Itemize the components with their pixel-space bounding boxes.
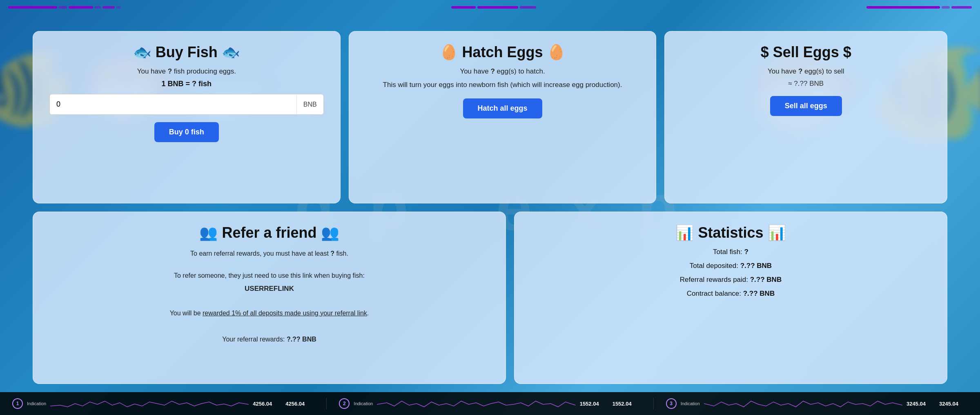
dollar-symbol-left: $ — [761, 44, 769, 61]
bar-line — [866, 6, 940, 9]
hatch-eggs-card: 🥚 Hatch Eggs 🥚 You have ? egg(s) to hatc… — [349, 31, 657, 203]
ticker-value-3b: 3245.04 — [939, 401, 968, 407]
egg-emoji-right: 🥚 — [547, 44, 566, 61]
fish-emoji-left: 🐟 — [133, 44, 151, 61]
sell-eggs-label: Sell Eggs — [773, 44, 839, 61]
main-content: 🐟 Buy Fish 🐟 You have ? fish producing e… — [0, 15, 980, 392]
hatch-eggs-title: 🥚 Hatch Eggs 🥚 — [440, 44, 566, 61]
dollar-symbol-right: $ — [843, 44, 851, 61]
ticker-value-2b: 1552.04 — [612, 401, 641, 407]
sell-eggs-card: $ Sell Eggs $ You have ? egg(s) to sell … — [664, 31, 947, 203]
bar-line — [942, 6, 950, 9]
buy-fish-label: Buy Fish — [156, 44, 218, 61]
ticker-item-1: 1 Indication 4256.04 4256.04 — [0, 398, 327, 409]
bar-line — [951, 6, 972, 9]
chart-emoji-right: 📊 — [768, 224, 786, 241]
bar-line — [59, 6, 67, 9]
top-decorative-bar — [0, 0, 980, 15]
ticker-num-2: 2 — [339, 398, 350, 409]
statistics-title: 📊 Statistics 📊 — [675, 224, 786, 241]
ticker-item-2: 2 Indication 1552.04 1552.04 — [327, 398, 653, 409]
refer-friend-body: To earn referral rewards, you must have … — [170, 248, 369, 345]
refer-rewards-value: Your referral rewards: ?.?? BNB — [170, 334, 369, 345]
hatch-eggs-label: Hatch Eggs — [462, 44, 543, 61]
buy-fish-bnb-label: BNB — [296, 95, 323, 114]
sell-eggs-title: $ Sell Eggs $ — [761, 44, 851, 61]
bar-line — [451, 6, 476, 9]
stats-total-deposited: Total deposited: ?.?? BNB — [690, 262, 772, 270]
bottom-ticker-bar: 1 Indication 4256.04 4256.04 2 Indicatio… — [0, 392, 980, 415]
buy-fish-title: 🐟 Buy Fish 🐟 — [133, 44, 240, 61]
sell-eggs-subtitle: You have ? egg(s) to sell — [768, 67, 844, 76]
ticker-item-3: 3 Indication 3245.04 3245.04 — [654, 398, 980, 409]
buy-fish-rate: 1 BNB = ? fish — [162, 80, 212, 88]
buy-fish-input-row[interactable]: BNB — [49, 94, 324, 115]
fish-emoji-right: 🐟 — [222, 44, 240, 61]
ticker-value-3a: 3245.04 — [906, 401, 935, 407]
buy-fish-button[interactable]: Buy 0 fish — [154, 122, 219, 142]
ticker-value-2a: 1552.04 — [580, 401, 608, 407]
bottom-row: 👥 Refer a friend 👥 To earn referral rewa… — [33, 212, 947, 384]
refer-line2: To refer someone, they just need to use … — [170, 270, 369, 281]
buy-fish-input[interactable] — [50, 94, 296, 114]
top-row: 🐟 Buy Fish 🐟 You have ? fish producing e… — [33, 31, 947, 203]
egg-emoji-left: 🥚 — [440, 44, 458, 61]
bar-line — [116, 6, 120, 9]
bar-line — [69, 6, 93, 9]
buy-fish-subtitle: You have ? fish producing eggs. — [137, 67, 236, 76]
hatch-eggs-subtitle: You have ? egg(s) to hatch. — [460, 67, 545, 76]
ticker-num-3: 3 — [666, 398, 677, 409]
bar-line — [477, 6, 518, 9]
stats-contract-balance: Contract balance: ?.?? BNB — [687, 290, 775, 298]
bar-line — [102, 6, 115, 9]
ticker-chart-2 — [377, 398, 575, 409]
refer-friend-card: 👥 Refer a friend 👥 To earn referral rewa… — [33, 212, 506, 384]
refer-userlink: USERREFLINK — [170, 283, 369, 295]
ticker-label-1: Indication — [27, 401, 46, 406]
bar-line — [8, 6, 57, 9]
people-emoji-right: 👥 — [321, 224, 339, 241]
ticker-label-3: Indication — [681, 401, 700, 406]
refer-friend-label: Refer a friend — [222, 224, 316, 241]
bar-line — [95, 6, 101, 9]
hatch-all-eggs-button[interactable]: Hatch all eggs — [463, 98, 542, 118]
buy-fish-card: 🐟 Buy Fish 🐟 You have ? fish producing e… — [33, 31, 341, 203]
ticker-value-1a: 4256.04 — [253, 401, 281, 407]
hatch-eggs-desc: This will turn your eggs into newborn fi… — [383, 80, 622, 90]
ticker-chart-1 — [50, 398, 249, 409]
statistics-label: Statistics — [698, 224, 763, 241]
ticker-num-1: 1 — [12, 398, 23, 409]
ticker-value-1b: 4256.04 — [285, 401, 314, 407]
statistics-card: 📊 Statistics 📊 Total fish: ? Total depos… — [514, 212, 947, 384]
sell-eggs-approx: ≈ ?.?? BNB — [788, 80, 824, 88]
top-bar-right — [866, 6, 972, 9]
refer-reward-link[interactable]: rewarded 1% of all deposits made using y… — [203, 310, 367, 317]
refer-line3: You will be rewarded 1% of all deposits … — [170, 308, 369, 319]
top-bar-left — [8, 6, 120, 9]
bar-line — [520, 6, 536, 9]
stats-referral-rewards: Referral rewards paid: ?.?? BNB — [680, 276, 782, 284]
people-emoji-left: 👥 — [199, 224, 218, 241]
ticker-label-2: Indication — [354, 401, 373, 406]
refer-line1: To earn referral rewards, you must have … — [170, 248, 369, 259]
top-bar-center — [451, 6, 536, 9]
ticker-chart-3 — [704, 398, 902, 409]
refer-friend-title: 👥 Refer a friend 👥 — [199, 224, 339, 241]
sell-all-eggs-button[interactable]: Sell all eggs — [770, 96, 842, 116]
stats-total-fish: Total fish: ? — [713, 248, 748, 256]
chart-emoji-left: 📊 — [675, 224, 694, 241]
